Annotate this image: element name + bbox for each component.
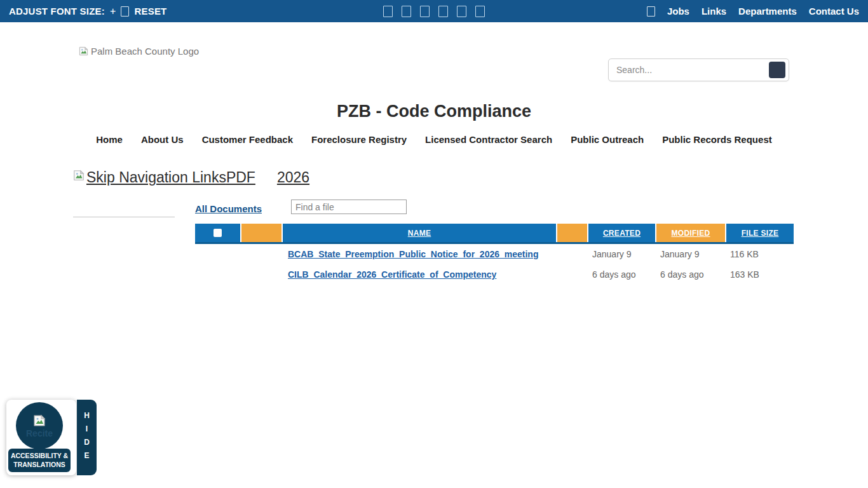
county-logo-link[interactable]: Palm Beach County Logo	[78, 46, 199, 57]
adjust-font-size-label: ADJUST FONT SIZE:	[9, 6, 105, 17]
breadcrumb: Skip Navigation Links PDF 2026	[72, 169, 309, 186]
find-a-file-input[interactable]	[291, 200, 407, 214]
spacer-column-header	[557, 224, 588, 242]
topbar-link-contact-us[interactable]: Contact Us	[809, 6, 859, 17]
row-name-cell: BCAB_State_Preemption_Public_Notice_for_…	[283, 249, 557, 259]
sort-by-name-link[interactable]: NAME	[408, 229, 431, 238]
nav-item-foreclosure-registry[interactable]: Foreclosure Registry	[311, 134, 407, 145]
social-icon-4[interactable]	[438, 6, 448, 17]
row-size-cell: 163 KB	[726, 269, 794, 280]
breadcrumb-2026-link[interactable]: 2026	[277, 169, 309, 186]
nav-item-home[interactable]: Home	[96, 134, 123, 145]
select-all-checkbox[interactable]	[214, 229, 222, 237]
accessibility-translations-button[interactable]: ACCESSIBILITY & TRANSLATIONS	[8, 449, 71, 472]
table-header-row: NAME CREATED MODIFIED FILE SIZE	[195, 224, 794, 244]
document-link[interactable]: CILB_Calendar_2026_Certificate_of_Compet…	[288, 269, 496, 280]
nav-item-customer-feedback[interactable]: Customer Feedback	[202, 134, 293, 145]
top-utility-bar: ADJUST FONT SIZE: + RESET Jobs Links Dep…	[0, 0, 868, 22]
row-created-cell: 6 days ago	[588, 269, 656, 280]
decrease-font-icon[interactable]	[121, 6, 129, 17]
row-size-cell: 116 KB	[726, 249, 794, 259]
font-size-controls: ADJUST FONT SIZE: + RESET	[9, 0, 166, 22]
table-body: BCAB_State_Preemption_Public_Notice_for_…	[195, 244, 794, 285]
main-nav: Home About Us Customer Feedback Foreclos…	[0, 134, 868, 145]
select-all-column-header	[195, 224, 241, 242]
sidebar-divider	[73, 217, 175, 217]
sort-by-file-size-link[interactable]: FILE SIZE	[742, 229, 779, 238]
document-table: NAME CREATED MODIFIED FILE SIZE BCAB_Sta…	[195, 224, 794, 285]
name-column-header: NAME	[283, 224, 557, 242]
broken-image-icon	[32, 414, 46, 428]
sort-by-created-link[interactable]: CREATED	[603, 229, 641, 238]
document-link[interactable]: BCAB_State_Preemption_Public_Notice_for_…	[288, 249, 538, 259]
page-title: PZB - Code Compliance	[0, 102, 868, 121]
topbar-link-departments[interactable]: Departments	[738, 6, 797, 17]
nav-item-public-outreach[interactable]: Public Outreach	[571, 134, 644, 145]
breadcrumb-pdf-link[interactable]: PDF	[226, 169, 255, 186]
hide-widget-tab[interactable]: HIDE	[77, 400, 97, 475]
file-size-column-header: FILE SIZE	[726, 224, 794, 242]
nav-item-licensed-contractor-search[interactable]: Licensed Contractor Search	[425, 134, 552, 145]
table-row: BCAB_State_Preemption_Public_Notice_for_…	[195, 244, 794, 264]
broken-image-icon	[72, 169, 85, 182]
search-button[interactable]	[769, 62, 785, 78]
search-input[interactable]	[616, 65, 769, 75]
nav-item-public-records-request[interactable]: Public Records Request	[662, 134, 772, 145]
recite-me-button[interactable]: Recite	[16, 402, 63, 449]
all-documents-link[interactable]: All Documents	[195, 203, 262, 214]
site-search	[608, 58, 789, 81]
sort-by-modified-link[interactable]: MODIFIED	[671, 229, 710, 238]
social-icon-5[interactable]	[457, 6, 466, 17]
row-modified-cell: 6 days ago	[656, 269, 726, 280]
file-type-column-header	[241, 224, 283, 242]
topbar-link-jobs[interactable]: Jobs	[667, 6, 689, 17]
logo-alt-text: Palm Beach County Logo	[91, 46, 199, 57]
recite-alt-text: Recite	[26, 428, 53, 438]
topbar-links: Jobs Links Departments Contact Us	[647, 0, 859, 22]
social-icon-3[interactable]	[420, 6, 430, 17]
row-created-cell: January 9	[588, 249, 656, 259]
social-icons	[383, 0, 485, 22]
hide-label: HIDE	[83, 411, 92, 464]
page: ADJUST FONT SIZE: + RESET Jobs Links Dep…	[0, 0, 868, 488]
created-column-header: CREATED	[588, 224, 656, 242]
social-icon-6[interactable]	[475, 6, 485, 17]
social-icon-1[interactable]	[383, 6, 393, 17]
row-name-cell: CILB_Calendar_2026_Certificate_of_Compet…	[283, 269, 557, 280]
table-row: CILB_Calendar_2026_Certificate_of_Compet…	[195, 264, 794, 285]
reset-font-button[interactable]: RESET	[134, 6, 166, 17]
modified-column-header: MODIFIED	[656, 224, 726, 242]
broken-image-icon	[78, 46, 89, 57]
topbar-link-links[interactable]: Links	[702, 6, 726, 17]
home-icon[interactable]	[647, 6, 655, 17]
skip-navigation-link[interactable]: Skip Navigation Links	[86, 169, 226, 186]
row-modified-cell: January 9	[656, 249, 726, 259]
nav-item-about-us[interactable]: About Us	[141, 134, 184, 145]
increase-font-button[interactable]: +	[110, 6, 116, 17]
social-icon-2[interactable]	[402, 6, 411, 17]
